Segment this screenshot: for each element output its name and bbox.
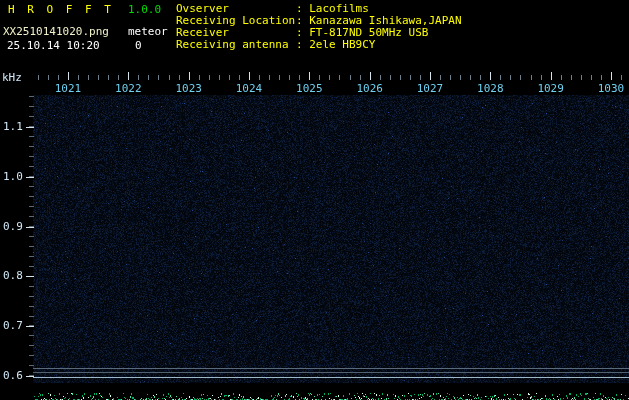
freq-tick-label: 0.6 bbox=[3, 369, 23, 382]
hrofft-window: H R O F F T 1.0.0 XX2510141020.png meteo… bbox=[0, 0, 629, 400]
time-tick-label: 1022 bbox=[115, 82, 142, 95]
time-tick-label: 1030 bbox=[598, 82, 625, 95]
echo-count: 0 bbox=[135, 39, 142, 52]
output-filename: XX2510141020.png bbox=[3, 25, 109, 38]
info-value: : 2ele HB9CY bbox=[296, 38, 375, 51]
freq-tick-label: 1.1 bbox=[3, 120, 23, 133]
time-tick-label: 1023 bbox=[175, 82, 202, 95]
app-title: H R O F F T bbox=[8, 3, 114, 16]
info-label: Receiving antenna bbox=[176, 39, 296, 51]
info-row: Receiving antenna: 2ele HB9CY bbox=[176, 39, 462, 51]
spectrogram-display bbox=[0, 0, 629, 400]
time-tick-label: 1029 bbox=[537, 82, 564, 95]
time-tick-label: 1026 bbox=[356, 82, 383, 95]
time-tick-label: 1021 bbox=[55, 82, 82, 95]
time-tick-label: 1028 bbox=[477, 82, 504, 95]
freq-tick-label: 0.7 bbox=[3, 319, 23, 332]
time-tick-label: 1027 bbox=[417, 82, 444, 95]
app-version-label: 1.0.0 bbox=[128, 3, 161, 16]
freq-tick-label: 1.0 bbox=[3, 170, 23, 183]
timestamp: 25.10.14 10:20 bbox=[7, 39, 100, 52]
freq-tick-label: 0.9 bbox=[3, 220, 23, 233]
freq-tick-label: 0.8 bbox=[3, 269, 23, 282]
time-tick-label: 1024 bbox=[236, 82, 263, 95]
time-tick-label: 1025 bbox=[296, 82, 323, 95]
station-info-block: Ovserver: LacofilmsReceiving Location: K… bbox=[176, 3, 462, 51]
observation-mode-label: meteor bbox=[128, 25, 168, 38]
y-axis-unit-label: kHz bbox=[2, 71, 22, 84]
